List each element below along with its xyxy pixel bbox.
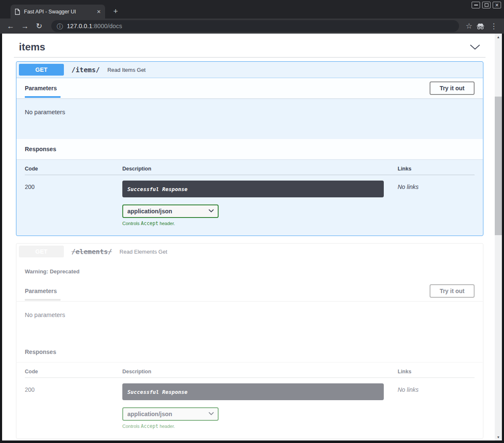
- responses-table: Code Description Links 200 Successful Re…: [16, 159, 483, 236]
- response-row: 200 Successful Response application/json: [25, 175, 475, 226]
- no-parameters-text: No parameters: [16, 98, 483, 139]
- parameters-tab-underline: [25, 299, 61, 301]
- deprecation-warning: Warning: Deprecated: [16, 260, 483, 281]
- responses-header: Responses: [16, 139, 483, 159]
- opblock-summary[interactable]: GET /elements/ Read Elements Get: [16, 244, 483, 260]
- tab-title: Fast API - Swagger UI: [24, 9, 93, 15]
- media-type-select-wrap: application/json: [122, 407, 219, 421]
- responses-title: Responses: [25, 349, 56, 355]
- response-description-cell: Successful Response application/json Con…: [122, 181, 384, 226]
- response-row: 200 Successful Response application/json: [25, 378, 475, 429]
- links-value: No links: [384, 383, 475, 429]
- endpoint-path: /elements/: [68, 248, 115, 256]
- back-icon[interactable]: ←: [5, 22, 16, 30]
- media-type-select[interactable]: application/json: [122, 204, 219, 218]
- reload-icon[interactable]: ↻: [34, 22, 45, 30]
- tab-close-icon[interactable]: ✕: [97, 9, 101, 15]
- responses-table-head: Code Description Links: [25, 166, 475, 175]
- accept-note-code: Accept: [141, 220, 158, 226]
- response-description-cell: Successful Response application/json Con…: [122, 383, 384, 429]
- accept-note-prefix: Controls: [122, 221, 141, 226]
- parameters-tab: Parameters: [25, 288, 57, 294]
- scrollbar-thumb[interactable]: [495, 97, 502, 235]
- browser-window: ✕ Fast API - Swagger UI ✕ + ← → ↻ ⓘ 127.…: [0, 0, 504, 443]
- responses-header: Responses: [16, 342, 483, 362]
- vertical-scrollbar[interactable]: ▲ ▼: [495, 34, 502, 440]
- url-path: :8000/docs: [92, 23, 122, 29]
- links-value: No links: [384, 181, 475, 226]
- response-code: 200: [25, 383, 122, 429]
- chevron-down-icon[interactable]: [470, 44, 480, 50]
- parameters-header: Parameters Try it out: [16, 281, 483, 301]
- page-viewport: items GET /items/ Read Items Get Paramet…: [2, 34, 502, 440]
- response-description-bar: Successful Response: [122, 383, 384, 400]
- no-parameters-text: No parameters: [16, 301, 483, 342]
- scroll-up-arrow-icon[interactable]: ▲: [495, 34, 502, 40]
- browser-toolbar: ← → ↻ ⓘ 127.0.0.1:8000/docs ☆ ⋮: [0, 18, 504, 34]
- bookmark-star-icon[interactable]: ☆: [466, 22, 472, 30]
- responses-title: Responses: [25, 146, 56, 152]
- response-code: 200: [25, 181, 122, 226]
- browser-menu-icon[interactable]: ⋮: [488, 23, 499, 30]
- address-bar[interactable]: ⓘ 127.0.0.1:8000/docs: [51, 20, 459, 32]
- response-description-text: Successful Response: [127, 186, 187, 192]
- accept-note-code: Accept: [141, 423, 158, 429]
- responses-table-head: Code Description Links: [25, 369, 475, 378]
- deprecated-content: GET /elements/ Read Elements Get Warning…: [16, 244, 483, 438]
- accept-note-prefix: Controls: [122, 424, 141, 429]
- opblock-summary[interactable]: GET /items/ Read Items Get: [16, 62, 483, 78]
- tab-bar: ✕ Fast API - Swagger UI ✕ +: [0, 0, 504, 18]
- method-badge: GET: [19, 64, 64, 76]
- section-title: items: [19, 41, 45, 53]
- window-controls: ✕: [472, 2, 501, 8]
- try-it-out-button[interactable]: Try it out: [430, 81, 475, 95]
- minimize-icon: [474, 5, 478, 5]
- code-column-header: Code: [25, 166, 122, 172]
- try-it-out-button[interactable]: Try it out: [430, 284, 475, 298]
- browser-tab[interactable]: Fast API - Swagger UI ✕: [11, 5, 105, 18]
- endpoint-path: /items/: [68, 66, 103, 74]
- url-host: 127.0.0.1: [67, 23, 92, 29]
- accept-note-suffix: header.: [158, 221, 175, 226]
- url-text: 127.0.0.1:8000/docs: [67, 23, 122, 29]
- description-column-header: Description: [122, 369, 384, 375]
- endpoint-summary: Read Items Get: [107, 67, 145, 73]
- tag-section-header[interactable]: items: [14, 36, 486, 58]
- links-column-header: Links: [384, 369, 475, 375]
- response-description-text: Successful Response: [127, 389, 187, 395]
- links-column-header: Links: [384, 166, 475, 172]
- accept-note-suffix: header.: [158, 424, 175, 429]
- method-badge: GET: [19, 246, 64, 257]
- swagger-content: items GET /items/ Read Items Get Paramet…: [2, 34, 495, 440]
- description-column-header: Description: [122, 166, 384, 172]
- scroll-down-arrow-icon[interactable]: ▼: [495, 434, 502, 440]
- site-info-icon[interactable]: ⓘ: [57, 23, 63, 29]
- close-icon: ✕: [495, 3, 499, 8]
- media-type-select-wrap: application/json: [122, 204, 219, 218]
- response-description-bar: Successful Response: [122, 181, 384, 197]
- incognito-icon[interactable]: [476, 23, 485, 30]
- parameters-tab-underline: [25, 96, 61, 98]
- maximize-button[interactable]: [482, 2, 491, 8]
- new-tab-button[interactable]: +: [110, 6, 121, 17]
- maximize-icon: [485, 3, 488, 7]
- page-favicon-icon: [15, 8, 20, 15]
- media-type-select[interactable]: application/json: [122, 407, 219, 421]
- endpoint-summary: Read Elements Get: [119, 249, 167, 255]
- responses-table: Code Description Links 200 Successful Re…: [16, 362, 483, 438]
- minimize-button[interactable]: [472, 2, 480, 8]
- opblock-get-items: GET /items/ Read Items Get Parameters Tr…: [16, 61, 483, 236]
- forward-icon[interactable]: →: [19, 22, 30, 30]
- code-column-header: Code: [25, 369, 122, 375]
- close-window-button[interactable]: ✕: [493, 2, 501, 8]
- accept-header-note: Controls Accept header.: [122, 220, 384, 226]
- parameters-tab: Parameters: [25, 85, 57, 92]
- parameters-header: Parameters Try it out: [16, 78, 483, 98]
- opblock-get-elements-deprecated: GET /elements/ Read Elements Get Warning…: [16, 243, 483, 439]
- accept-header-note: Controls Accept header.: [122, 423, 384, 429]
